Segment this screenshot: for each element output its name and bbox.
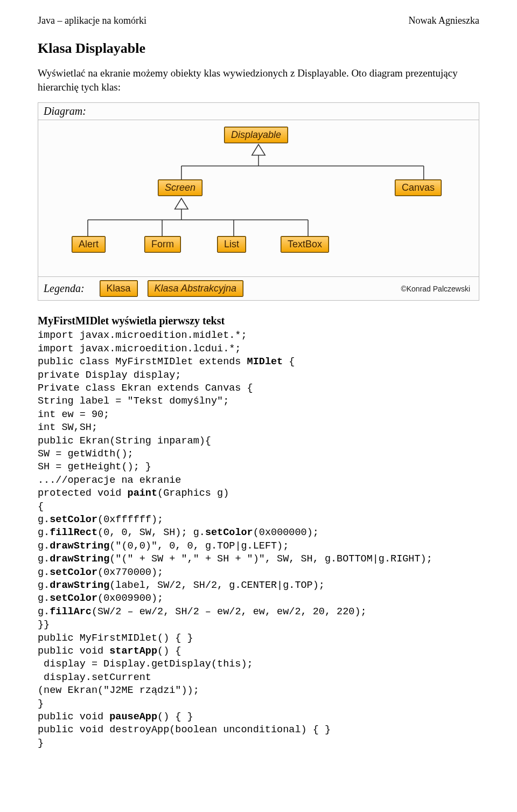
svg-marker-5 — [175, 198, 188, 209]
legend-klasa: Klasa — [100, 280, 138, 297]
code-line: private Display display; — [38, 370, 181, 381]
diagram-legend: Legenda: Klasa Klasa Abstrakcyjna ©Konra… — [38, 276, 479, 300]
legend-klasa-abstrakcyjna: Klasa Abstrakcyjna — [148, 280, 243, 297]
code-line: g.setColor(0xffffff); — [38, 514, 163, 525]
code-line: g.fillArc(SW/2 – ew/2, SH/2 – ew/2, ew, … — [38, 606, 367, 617]
diagram-credit: ©Konrad Palczewski — [401, 284, 473, 293]
code-line: display = Display.getDisplay(this); — [38, 658, 253, 670]
code-block: import javax.microedition.midlet.*; impo… — [38, 329, 479, 750]
diagram-connectors — [38, 120, 479, 276]
node-textbox: TextBox — [281, 236, 329, 253]
code-line: public void startApp() { — [38, 646, 181, 657]
code-line: } — [38, 698, 44, 710]
node-screen: Screen — [158, 179, 202, 196]
code-line: g.setColor(0x009900); — [38, 593, 163, 604]
code-line: int SW,SH; — [38, 422, 97, 433]
code-line: g.setColor(0x770000); — [38, 567, 163, 578]
code-line: int ew = 90; — [38, 409, 109, 420]
node-canvas: Canvas — [395, 179, 442, 196]
code-line: }} — [38, 619, 50, 630]
svg-marker-0 — [252, 144, 266, 155]
code-line: g.drawString("(0,0)", 0, 0, g.TOP|g.LEFT… — [38, 540, 289, 552]
code-line: } — [38, 738, 44, 749]
code-line: String label = "Tekst domyślny"; — [38, 395, 229, 407]
code-line: g.drawString("(" + SW + "," + SH + ")", … — [38, 553, 432, 565]
code-line: SH = getHeight(); } — [38, 461, 151, 473]
code-line: import javax.microedition.midlet.*; — [38, 330, 247, 341]
code-line: import javax.microedition.lcdui.*; — [38, 343, 241, 355]
page-title: Klasa Displayable — [38, 40, 479, 57]
node-alert: Alert — [72, 236, 106, 253]
code-line: public class MyFirstMIDlet extends MIDle… — [38, 356, 295, 367]
code-line: public void destroyApp(boolean unconditi… — [38, 724, 331, 735]
code-line: g.drawString(label, SW/2, SH/2, g.CENTER… — [38, 580, 325, 591]
node-displayable: Displayable — [224, 127, 288, 143]
code-line: public void pauseApp() { } — [38, 711, 193, 723]
code-line: ...//operacje na ekranie — [38, 475, 181, 486]
header-left: Java – aplikacje na komórki — [38, 15, 146, 26]
code-line: (new Ekran("J2ME rządzi")); — [38, 685, 199, 696]
code-line: display.setCurrent — [38, 672, 151, 683]
code-line: Private class Ekran extends Canvas { — [38, 383, 253, 394]
code-line: public MyFirstMIDlet() { } — [38, 633, 193, 644]
code-line: public Ekran(String inparam){ — [38, 435, 211, 447]
code-line: protected void paint(Graphics g) — [38, 488, 229, 499]
section-title: MyFirstMIDlet wyświetla pierwszy tekst — [38, 315, 479, 327]
node-list: List — [217, 236, 246, 253]
code-line: g.fillRect(0, 0, SW, SH); g.setColor(0x0… — [38, 527, 319, 538]
code-line: SW = getWidth(); — [38, 448, 134, 460]
diagram-label: Diagram: — [38, 103, 479, 120]
legend-title: Legenda: — [44, 282, 85, 295]
hierarchy-diagram: Diagram: Displayable Screen Canvas Alert… — [38, 102, 479, 301]
code-line: { — [38, 501, 44, 512]
header-right: Nowak Agnieszka — [409, 15, 479, 26]
node-form: Form — [144, 236, 181, 253]
diagram-body: Displayable Screen Canvas Alert Form Lis… — [38, 120, 479, 276]
intro-paragraph: Wyświetlać na ekranie możemy obiekty kla… — [38, 66, 479, 94]
